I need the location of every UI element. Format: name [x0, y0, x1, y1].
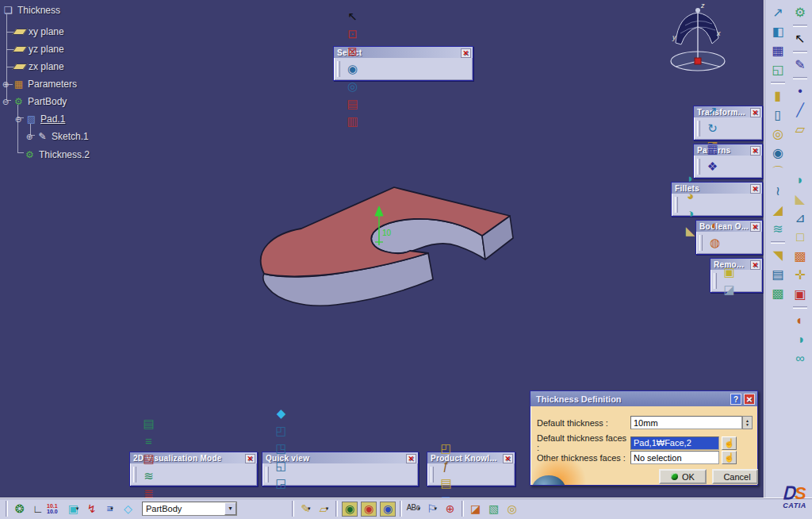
expand-icon[interactable]: ⊕: [25, 133, 33, 141]
toolbar-grip[interactable]: [714, 273, 717, 289]
rotation-icon[interactable]: ↻: [703, 120, 722, 137]
translate-icon[interactable]: ↗: [768, 3, 788, 22]
edge-fillet-icon[interactable]: ◗: [681, 170, 699, 187]
collapse-icon[interactable]: ⊖: [14, 115, 22, 124]
close-icon[interactable]: ✕: [750, 260, 760, 270]
trim-icon[interactable]: ◪: [720, 281, 738, 298]
solid-combine-icon[interactable]: ▩: [768, 284, 788, 303]
remove-lump-icon[interactable]: ∞: [790, 349, 810, 368]
axis-icon[interactable]: ✛: [790, 266, 810, 285]
face-selection-icon[interactable]: ☝: [722, 451, 737, 464]
draft-angle-icon[interactable]: ⊿: [790, 209, 810, 228]
stamp-icon[interactable]: ⊕: [441, 500, 459, 517]
ok-button[interactable]: OK: [659, 469, 707, 484]
body-selector-combobox[interactable]: PartBody ▾: [142, 502, 237, 516]
add-icon[interactable]: ◍: [706, 234, 724, 252]
thickness-icon[interactable]: ▩: [790, 247, 810, 266]
toolbar-grip[interactable]: [337, 61, 340, 77]
chamfer-icon[interactable]: ◣: [790, 190, 810, 209]
toolbar-grip[interactable]: [697, 121, 700, 136]
close-icon[interactable]: ✕: [406, 454, 416, 463]
close-icon[interactable]: ✕: [750, 222, 760, 232]
quick-hidden-line-icon[interactable]: ≋: [140, 467, 158, 485]
tree-node-partbody[interactable]: ⊖ ⚙ PartBody: [2, 94, 67, 109]
close-icon[interactable]: ✕: [744, 394, 755, 405]
options-gear-icon[interactable]: ⚙: [790, 3, 810, 22]
selection-trap-icon[interactable]: ⊠: [343, 43, 362, 60]
search-globe-icon[interactable]: ◉: [343, 60, 362, 78]
catalog-browser-icon[interactable]: ◉: [380, 502, 396, 517]
hidden-line-mode-icon[interactable]: ▤: [140, 450, 158, 467]
close-icon[interactable]: ✕: [461, 48, 471, 58]
plane-icon[interactable]: ▱: [790, 120, 810, 139]
assemble-icon[interactable]: ◐: [790, 311, 810, 330]
assemble-icon[interactable]: ◐: [706, 217, 724, 234]
help-icon[interactable]: ?: [730, 394, 741, 405]
front-view-icon[interactable]: ◰: [272, 422, 290, 440]
toolbar-grip[interactable]: [675, 197, 678, 213]
close-icon[interactable]: ✕: [245, 454, 255, 463]
circular-pattern-icon[interactable]: ❖: [703, 158, 722, 175]
axis-system-icon[interactable]: ∟: [29, 500, 47, 517]
shading-mode-icon[interactable]: ▤: [140, 415, 158, 432]
tree-node-thickness2[interactable]: ⚙ Thickness.2: [24, 148, 90, 162]
other-thickness-faces-input[interactable]: [630, 451, 719, 464]
measure-target-icon[interactable]: ◎: [503, 500, 521, 517]
select-arrow-icon[interactable]: ↖: [790, 29, 810, 48]
left-view-icon[interactable]: ◱: [272, 457, 290, 475]
shell-icon[interactable]: □: [790, 228, 810, 247]
rectangular-pattern-icon[interactable]: ▦: [703, 140, 722, 158]
paint-apply-icon[interactable]: ◪: [466, 500, 485, 517]
toolbar-grip[interactable]: [266, 467, 269, 482]
right-view-icon[interactable]: ◲: [272, 475, 290, 492]
drafted-pad-icon[interactable]: ◥: [768, 246, 788, 265]
default-thickness-input[interactable]: [630, 416, 742, 429]
shaded-cube-icon[interactable]: ▣▾: [64, 500, 82, 517]
sew-surface-icon[interactable]: ▣: [790, 285, 810, 304]
text-annotation-icon[interactable]: ᴬᴮᶜ▾: [404, 500, 423, 517]
close-icon[interactable]: ✕: [503, 454, 513, 463]
design-table-icon[interactable]: ▤: [437, 475, 455, 492]
list-stack-icon[interactable]: ≡▾: [101, 500, 119, 517]
line-icon[interactable]: ╱: [790, 101, 810, 120]
selection-sets-icon[interactable]: ⊡: [343, 25, 362, 43]
translation-icon[interactable]: ↗: [703, 102, 722, 120]
tree-node-sketch1[interactable]: ⊕ ✎ Sketch.1: [25, 129, 89, 144]
stiffener-icon[interactable]: ◢: [768, 201, 788, 220]
groove-icon[interactable]: ◎: [768, 125, 788, 144]
pad-icon[interactable]: ▮: [768, 86, 788, 106]
toolbar-grip[interactable]: [431, 467, 434, 482]
face-selection-icon[interactable]: ☝: [722, 436, 737, 450]
top-view-icon[interactable]: ◓: [272, 492, 290, 498]
slot-icon[interactable]: ≀: [768, 182, 788, 201]
scaling-icon[interactable]: ◱: [768, 60, 788, 79]
hole-icon[interactable]: ◉: [768, 144, 788, 163]
fillet-icon[interactable]: ◗: [790, 171, 810, 190]
pocket-icon[interactable]: ▯: [768, 106, 788, 125]
selection-sets-edit-icon[interactable]: ▥: [343, 113, 362, 130]
dropdown-arrow-icon[interactable]: ▾: [224, 502, 236, 515]
mirror-icon[interactable]: ◧: [768, 22, 788, 41]
select-arrow-icon[interactable]: ↖: [343, 8, 362, 25]
workbench-swirl-icon[interactable]: ❂: [10, 500, 29, 517]
3d-compass[interactable]: z x y: [666, 2, 730, 77]
snap-coordinates-icon[interactable]: 10.110.0: [47, 503, 64, 514]
multi-pad-icon[interactable]: ▤: [768, 265, 788, 284]
back-view-icon[interactable]: ◳: [272, 440, 290, 457]
open-template-icon[interactable]: ◰: [437, 440, 455, 457]
close-icon[interactable]: ✕: [750, 146, 760, 156]
isometric-view-icon[interactable]: ◆: [272, 405, 290, 422]
tree-node-root[interactable]: ❏ Thickness: [2, 3, 60, 17]
remove-lump-icon[interactable]: ▣: [720, 263, 738, 281]
dialog-title-bar[interactable]: Thickness Definition ? ✕: [530, 391, 757, 406]
video-capture-icon[interactable]: ◉: [361, 502, 377, 517]
close-icon[interactable]: ✕: [750, 108, 760, 117]
pattern-icon[interactable]: ▦: [768, 41, 788, 60]
tree-node-yz-plane[interactable]: yz plane: [14, 42, 64, 56]
toolbar-grip[interactable]: [699, 235, 703, 251]
tree-node-zx-plane[interactable]: zx plane: [14, 60, 64, 74]
script-icon[interactable]: ⊞: [437, 492, 455, 498]
flag-note-icon[interactable]: ⚐▾: [423, 500, 441, 517]
knowledge-formula-icon[interactable]: ✎▾: [297, 500, 315, 517]
cancel-button[interactable]: Cancel: [712, 469, 758, 484]
